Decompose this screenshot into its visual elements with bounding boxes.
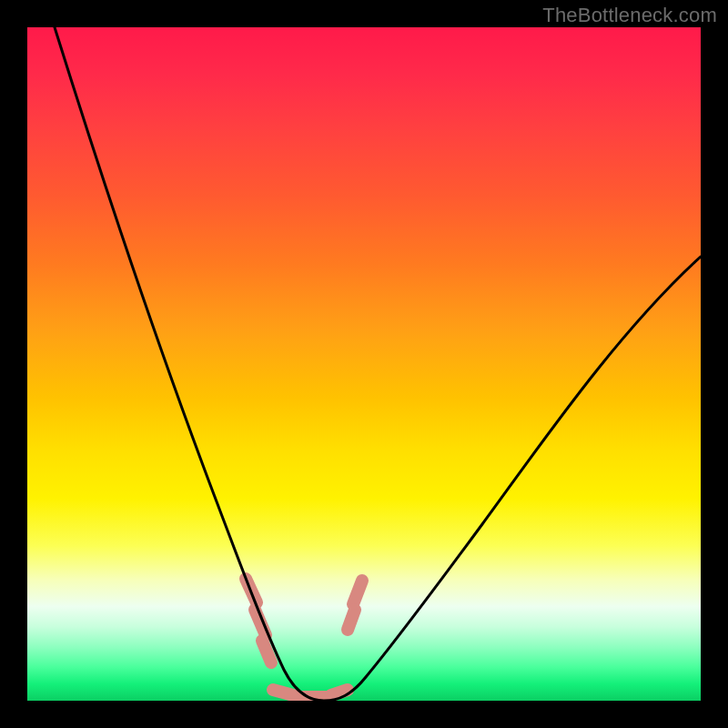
valley-markers: [246, 579, 362, 697]
watermark: TheBottleneck.com: [542, 4, 717, 27]
curve-path: [55, 27, 701, 701]
bottleneck-curve: [27, 27, 701, 701]
chart-frame: [27, 27, 701, 701]
